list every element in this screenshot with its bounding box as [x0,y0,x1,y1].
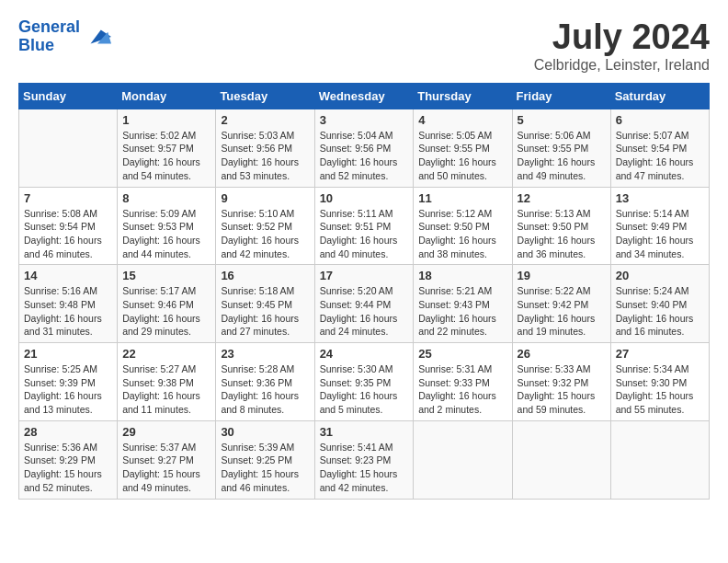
day-cell: 13Sunrise: 5:14 AM Sunset: 9:49 PM Dayli… [610,187,709,265]
day-cell: 12Sunrise: 5:13 AM Sunset: 9:50 PM Dayli… [512,187,610,265]
day-info: Sunrise: 5:03 AM Sunset: 9:56 PM Dayligh… [221,129,309,183]
day-number: 24 [320,347,409,361]
day-info: Sunrise: 5:05 AM Sunset: 9:55 PM Dayligh… [418,129,506,183]
day-cell: 16Sunrise: 5:18 AM Sunset: 9:45 PM Dayli… [216,265,314,343]
day-cell: 4Sunrise: 5:05 AM Sunset: 9:55 PM Daylig… [414,109,512,187]
day-info: Sunrise: 5:37 AM Sunset: 9:27 PM Dayligh… [122,441,210,495]
title-block: July 2024 Celbridge, Leinster, Ireland [534,18,710,74]
day-cell: 5Sunrise: 5:06 AM Sunset: 9:55 PM Daylig… [512,109,610,187]
day-number: 8 [122,191,210,205]
header-row: SundayMondayTuesdayWednesdayThursdayFrid… [19,83,710,109]
day-info: Sunrise: 5:25 AM Sunset: 9:39 PM Dayligh… [24,362,112,417]
day-number: 10 [320,191,409,205]
day-info: Sunrise: 5:41 AM Sunset: 9:23 PM Dayligh… [320,441,409,495]
day-cell: 28Sunrise: 5:36 AM Sunset: 9:29 PM Dayli… [19,420,118,499]
day-number: 2 [221,113,309,127]
day-info: Sunrise: 5:36 AM Sunset: 9:29 PM Dayligh… [24,441,112,495]
header-cell-thursday: Thursday [414,83,512,109]
day-info: Sunrise: 5:09 AM Sunset: 9:53 PM Dayligh… [122,207,210,261]
day-number: 4 [418,113,506,127]
day-number: 15 [122,269,210,282]
day-number: 18 [418,269,506,282]
day-cell: 18Sunrise: 5:21 AM Sunset: 9:43 PM Dayli… [414,265,512,343]
day-info: Sunrise: 5:27 AM Sunset: 9:38 PM Dayligh… [122,362,210,417]
day-info: Sunrise: 5:07 AM Sunset: 9:54 PM Dayligh… [616,129,704,183]
day-cell: 7Sunrise: 5:08 AM Sunset: 9:54 PM Daylig… [19,187,118,265]
day-cell: 20Sunrise: 5:24 AM Sunset: 9:40 PM Dayli… [610,265,709,343]
header-cell-wednesday: Wednesday [314,83,414,109]
day-cell: 2Sunrise: 5:03 AM Sunset: 9:56 PM Daylig… [216,109,314,187]
day-cell: 27Sunrise: 5:34 AM Sunset: 9:30 PM Dayli… [610,343,709,421]
day-info: Sunrise: 5:06 AM Sunset: 9:55 PM Dayligh… [518,129,606,183]
day-info: Sunrise: 5:04 AM Sunset: 9:56 PM Dayligh… [320,129,409,183]
day-cell: 10Sunrise: 5:11 AM Sunset: 9:51 PM Dayli… [314,187,414,265]
week-row-1: 1Sunrise: 5:02 AM Sunset: 9:57 PM Daylig… [19,109,710,187]
day-info: Sunrise: 5:34 AM Sunset: 9:30 PM Dayligh… [616,362,704,417]
header-cell-sunday: Sunday [19,83,118,109]
day-info: Sunrise: 5:31 AM Sunset: 9:33 PM Dayligh… [418,362,506,417]
day-info: Sunrise: 5:16 AM Sunset: 9:48 PM Dayligh… [24,284,112,339]
day-number: 17 [320,269,409,282]
header-cell-friday: Friday [512,83,610,109]
day-cell: 22Sunrise: 5:27 AM Sunset: 9:38 PM Dayli… [118,343,216,421]
location-subtitle: Celbridge, Leinster, Ireland [534,57,710,74]
day-cell: 24Sunrise: 5:30 AM Sunset: 9:35 PM Dayli… [314,343,414,421]
day-cell: 1Sunrise: 5:02 AM Sunset: 9:57 PM Daylig… [118,109,216,187]
day-cell: 31Sunrise: 5:41 AM Sunset: 9:23 PM Dayli… [314,420,414,499]
day-cell: 6Sunrise: 5:07 AM Sunset: 9:54 PM Daylig… [610,109,709,187]
day-number: 19 [518,269,606,282]
day-number: 27 [616,347,704,361]
day-info: Sunrise: 5:14 AM Sunset: 9:49 PM Dayligh… [616,207,704,261]
day-info: Sunrise: 5:02 AM Sunset: 9:57 PM Dayligh… [122,129,210,183]
logo-blue: Blue [18,36,54,54]
day-number: 23 [221,347,309,361]
day-cell: 26Sunrise: 5:33 AM Sunset: 9:32 PM Dayli… [512,343,610,421]
day-number: 30 [221,425,309,439]
day-cell: 11Sunrise: 5:12 AM Sunset: 9:50 PM Dayli… [414,187,512,265]
logo-icon [84,23,111,51]
logo: General Blue [18,18,111,55]
day-info: Sunrise: 5:11 AM Sunset: 9:51 PM Dayligh… [320,207,409,261]
day-info: Sunrise: 5:17 AM Sunset: 9:46 PM Dayligh… [122,284,210,339]
day-number: 16 [221,269,309,282]
day-info: Sunrise: 5:24 AM Sunset: 9:40 PM Dayligh… [616,284,704,339]
page-header: General Blue July 2024 Celbridge, Leinst… [18,18,710,74]
day-number: 7 [24,191,112,205]
day-info: Sunrise: 5:28 AM Sunset: 9:36 PM Dayligh… [221,362,309,417]
month-title: July 2024 [534,18,710,57]
day-info: Sunrise: 5:12 AM Sunset: 9:50 PM Dayligh… [418,207,506,261]
week-row-3: 14Sunrise: 5:16 AM Sunset: 9:48 PM Dayli… [19,265,710,343]
logo-text: General Blue [18,18,80,55]
calendar-table: SundayMondayTuesdayWednesdayThursdayFrid… [18,83,710,500]
day-info: Sunrise: 5:20 AM Sunset: 9:44 PM Dayligh… [320,284,409,339]
day-info: Sunrise: 5:30 AM Sunset: 9:35 PM Dayligh… [320,362,409,417]
day-number: 13 [616,191,704,205]
day-cell: 25Sunrise: 5:31 AM Sunset: 9:33 PM Dayli… [414,343,512,421]
day-number: 25 [418,347,506,361]
day-info: Sunrise: 5:22 AM Sunset: 9:42 PM Dayligh… [518,284,606,339]
day-cell: 8Sunrise: 5:09 AM Sunset: 9:53 PM Daylig… [118,187,216,265]
day-cell: 15Sunrise: 5:17 AM Sunset: 9:46 PM Dayli… [118,265,216,343]
logo-general: General [18,17,80,36]
day-number: 14 [24,269,112,282]
day-info: Sunrise: 5:39 AM Sunset: 9:25 PM Dayligh… [221,441,309,495]
day-number: 21 [24,347,112,361]
day-number: 31 [320,425,409,439]
header-cell-saturday: Saturday [610,83,709,109]
day-cell: 9Sunrise: 5:10 AM Sunset: 9:52 PM Daylig… [216,187,314,265]
day-cell [610,420,709,499]
day-cell [512,420,610,499]
day-number: 1 [122,113,210,127]
day-cell: 21Sunrise: 5:25 AM Sunset: 9:39 PM Dayli… [19,343,118,421]
day-info: Sunrise: 5:13 AM Sunset: 9:50 PM Dayligh… [518,207,606,261]
week-row-2: 7Sunrise: 5:08 AM Sunset: 9:54 PM Daylig… [19,187,710,265]
day-number: 26 [518,347,606,361]
header-cell-tuesday: Tuesday [216,83,314,109]
day-number: 22 [122,347,210,361]
day-info: Sunrise: 5:18 AM Sunset: 9:45 PM Dayligh… [221,284,309,339]
day-cell [414,420,512,499]
day-info: Sunrise: 5:10 AM Sunset: 9:52 PM Dayligh… [221,207,309,261]
day-cell: 23Sunrise: 5:28 AM Sunset: 9:36 PM Dayli… [216,343,314,421]
day-cell: 17Sunrise: 5:20 AM Sunset: 9:44 PM Dayli… [314,265,414,343]
day-number: 9 [221,191,309,205]
